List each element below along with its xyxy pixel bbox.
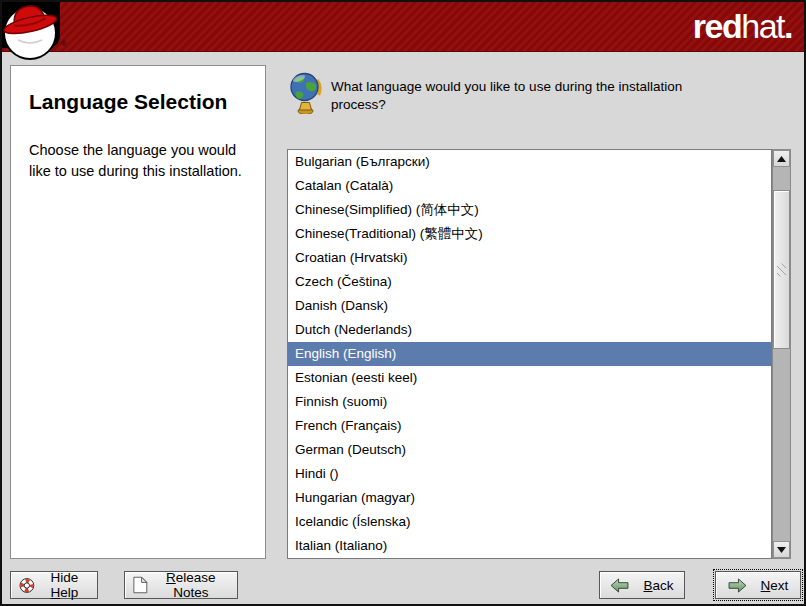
help-text: Choose the language you would like to us… <box>29 140 249 182</box>
registered-mark: ® <box>61 40 67 47</box>
release-notes-label: Release Notes <box>153 570 229 600</box>
header-banner: redhat. <box>2 2 804 52</box>
language-list-item[interactable]: Estonian (eesti keel) <box>288 366 771 390</box>
language-list-item[interactable]: German (Deutsch) <box>288 438 771 462</box>
scrollbar-thumb[interactable] <box>773 190 790 349</box>
brand-hat: hat <box>741 7 784 45</box>
scroll-up-button[interactable] <box>773 150 790 167</box>
next-label: Next <box>761 578 789 593</box>
lifebuoy-icon <box>19 576 35 595</box>
question-text: What language would you like to use duri… <box>331 78 723 114</box>
language-list-item[interactable]: Danish (Dansk) <box>288 294 771 318</box>
document-icon <box>133 575 148 595</box>
language-list-item[interactable]: Icelandic (Íslenska) <box>288 510 771 534</box>
language-list-item[interactable]: Czech (Čeština) <box>288 270 771 294</box>
next-button[interactable]: Next <box>715 571 801 599</box>
arrow-up-icon <box>777 156 786 162</box>
release-notes-button[interactable]: Release Notes <box>124 571 238 599</box>
brand-red: red <box>693 7 741 45</box>
language-list-item[interactable]: Catalan (Català) <box>288 174 771 198</box>
back-button[interactable]: Back <box>599 571 685 599</box>
language-list-item[interactable]: Italian (Italiano) <box>288 534 771 558</box>
hide-help-label: Hide Help <box>40 570 89 600</box>
redhat-wordmark: redhat. <box>693 4 792 48</box>
language-list-item[interactable]: Hindi () <box>288 462 771 486</box>
back-label: Back <box>643 578 673 593</box>
language-list-item[interactable]: Finnish (suomi) <box>288 390 771 414</box>
question-row: What language would you like to use duri… <box>289 71 723 114</box>
brand-period: . <box>784 7 792 45</box>
globe-icon <box>289 71 322 114</box>
language-list-item[interactable]: Chinese(Traditional) (繁體中文) <box>288 222 771 246</box>
page-title: Language Selection <box>29 90 249 114</box>
language-list-item[interactable]: Dutch (Nederlands) <box>288 318 771 342</box>
installer-window: redhat. ® Language Selection Choose the … <box>0 0 806 606</box>
language-list-item[interactable]: Bulgarian (Български) <box>288 150 771 174</box>
language-list-item[interactable]: Chinese(Simplified) (简体中文) <box>288 198 771 222</box>
redhat-shadowman-logo: ® <box>2 2 72 64</box>
language-list-item[interactable]: Hungarian (magyar) <box>288 486 771 510</box>
scrollbar-grip <box>777 263 786 276</box>
help-panel: Language Selection Choose the language y… <box>10 65 266 559</box>
language-list-item[interactable]: French (Français) <box>288 414 771 438</box>
language-list-item[interactable]: English (English) <box>288 342 771 366</box>
scroll-down-button[interactable] <box>773 541 790 558</box>
language-list-item[interactable]: Croatian (Hrvatski) <box>288 246 771 270</box>
language-list-scrollbar[interactable] <box>772 149 791 559</box>
scrollbar-trough[interactable] <box>773 167 790 541</box>
arrow-right-icon <box>728 578 747 593</box>
arrow-down-icon <box>777 547 786 553</box>
language-list[interactable]: Bulgarian (Български) Catalan (Català) C… <box>287 149 772 559</box>
arrow-left-icon <box>610 578 629 593</box>
hide-help-button[interactable]: Hide Help <box>10 571 98 599</box>
